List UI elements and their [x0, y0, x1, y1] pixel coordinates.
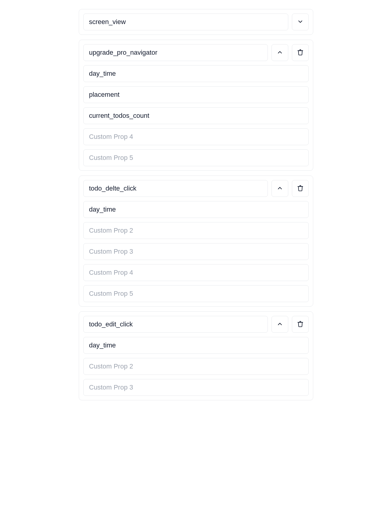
prop-list — [83, 65, 309, 166]
chevron-up-icon — [277, 49, 283, 57]
prop-input[interactable] — [83, 243, 309, 260]
prop-input[interactable] — [83, 107, 309, 124]
prop-input[interactable] — [83, 86, 309, 103]
prop-input[interactable] — [83, 337, 309, 354]
prop-input[interactable] — [83, 285, 309, 302]
expand-button[interactable] — [292, 14, 309, 30]
event-header — [83, 44, 309, 61]
event-name-input[interactable] — [83, 14, 288, 30]
collapse-button[interactable] — [271, 180, 288, 197]
event-name-input[interactable] — [83, 180, 268, 197]
event-header — [83, 180, 309, 197]
delete-event-button[interactable] — [292, 316, 309, 333]
prop-input[interactable] — [83, 149, 309, 166]
delete-event-button[interactable] — [292, 180, 309, 197]
prop-list — [83, 201, 309, 302]
events-container — [79, 9, 313, 400]
prop-input[interactable] — [83, 65, 309, 82]
event-card — [79, 311, 313, 400]
prop-input[interactable] — [83, 222, 309, 239]
trash-icon — [297, 49, 304, 57]
chevron-up-icon — [277, 321, 283, 328]
chevron-down-icon — [297, 18, 304, 26]
event-header — [83, 316, 309, 333]
event-card — [79, 9, 313, 35]
delete-event-button[interactable] — [292, 44, 309, 61]
event-header — [83, 14, 309, 30]
prop-input[interactable] — [83, 128, 309, 145]
event-card — [79, 176, 313, 307]
event-name-input[interactable] — [83, 316, 268, 333]
event-card — [79, 40, 313, 171]
prop-input[interactable] — [83, 379, 309, 396]
collapse-button[interactable] — [271, 44, 288, 61]
collapse-button[interactable] — [271, 316, 288, 333]
prop-list — [83, 337, 309, 396]
prop-input[interactable] — [83, 358, 309, 375]
trash-icon — [297, 185, 304, 192]
trash-icon — [297, 321, 304, 328]
chevron-up-icon — [277, 185, 283, 192]
prop-input[interactable] — [83, 264, 309, 281]
prop-input[interactable] — [83, 201, 309, 218]
event-name-input[interactable] — [83, 44, 268, 61]
